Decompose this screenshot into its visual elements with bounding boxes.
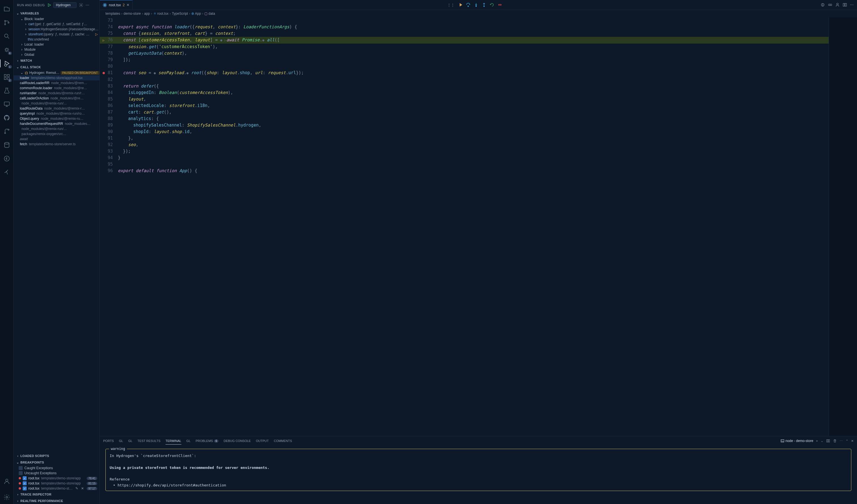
editor-tab[interactable]: root.tsx 2 ✕ [100, 0, 133, 10]
scm-graph-icon[interactable] [0, 125, 14, 138]
callstack-frame[interactable]: loadertemplates/demo-store/app/root.tsx [14, 75, 99, 81]
line-number[interactable]: 90 [102, 128, 118, 135]
gear-icon[interactable] [79, 3, 83, 7]
checkbox[interactable] [19, 471, 23, 475]
thunder-icon[interactable] [0, 152, 14, 166]
code-line[interactable]: 92 seo, [100, 142, 829, 148]
callstack-frame[interactable]: Object.querynode_modules/@remix-ru… [14, 116, 99, 121]
search-icon[interactable] [0, 30, 14, 43]
scope-item[interactable]: ›Global [14, 52, 99, 57]
breadcrumb-item[interactable]: ⚛ root.tsx [153, 12, 169, 16]
code-line[interactable]: 81 const seo = ● seoPayload.● root({shop… [100, 70, 829, 76]
close-panel-icon[interactable]: ✕ [851, 439, 854, 443]
line-number[interactable]: 92 [102, 142, 118, 148]
debug-config-select[interactable]: Hydrogen [53, 2, 77, 8]
code-line[interactable]: ▷76 const [customerAccessToken, layout] … [100, 37, 829, 44]
breadcrumb-item[interactable]: app [144, 12, 150, 16]
breakpoint-item[interactable]: ✓root.tsxtemplates/demo-store/app76:41 [14, 476, 99, 481]
code-line[interactable]: 77 session.get('customerAccessToken'), [100, 44, 829, 50]
code-editor[interactable]: 7374export async function loader({reques… [100, 17, 829, 436]
line-number[interactable]: 82 [102, 76, 118, 83]
variable-item[interactable]: ›cart: {get: ƒ, getCartId: ƒ, setCartId:… [14, 21, 99, 27]
code-line[interactable]: 91 }, [100, 135, 829, 142]
line-number[interactable]: 93 [102, 148, 118, 155]
code-line[interactable]: 96export default function App() { [100, 168, 829, 174]
more-icon[interactable]: ⋯ [850, 2, 854, 7]
line-number[interactable]: 79 [102, 57, 118, 63]
line-number[interactable]: 94 [102, 155, 118, 161]
chevron-down-icon[interactable]: ⌄ [821, 439, 823, 443]
scope-item[interactable]: ›Module [14, 47, 99, 52]
continue-button[interactable] [458, 2, 463, 7]
panel-tab-ports[interactable]: PORTS [103, 437, 114, 444]
code-line[interactable]: 85 layout, [100, 96, 829, 103]
callstack-frame[interactable]: handleDocumentRequestRRnode_modules… [14, 121, 99, 126]
line-number[interactable]: 81 [102, 70, 118, 76]
callstack-frame[interactable]: await [14, 137, 99, 142]
code-line[interactable]: 82 [100, 76, 829, 83]
code-line[interactable]: 88 analytics: { [100, 116, 829, 122]
start-debug-button[interactable] [47, 3, 52, 7]
line-number[interactable]: 91 [102, 135, 118, 142]
database-icon[interactable] [0, 138, 14, 152]
code-line[interactable]: 73 [100, 17, 829, 24]
code-line[interactable]: 86 selectedLocale: storefront.i18n, [100, 103, 829, 109]
line-number[interactable]: 80 [102, 63, 118, 70]
realtime-perf-header[interactable]: › REALTIME PERFORMANCE [14, 498, 99, 504]
step-over-button[interactable] [466, 2, 470, 7]
restart-button[interactable] [490, 2, 494, 7]
code-line[interactable]: 74export async function loader({request,… [100, 24, 829, 30]
breakpoint-item[interactable]: ✓root.tsxtemplates/demo-store/app81:15 [14, 481, 99, 486]
code-line[interactable]: 84 isLoggedIn: Boolean(customerAccessTok… [100, 89, 829, 96]
panel-tab-output[interactable]: OUTPUT [256, 437, 269, 444]
callstack-frame[interactable]: callRouteLoaderRRnode_modules/@rem… [14, 81, 99, 86]
maximize-icon[interactable]: ⌃ [846, 439, 848, 443]
close-icon[interactable]: ✕ [127, 3, 130, 7]
panel-tab-gl[interactable]: GL [186, 437, 191, 444]
line-number[interactable]: 74 [102, 24, 118, 30]
add-terminal-button[interactable]: + [816, 439, 818, 442]
explorer-icon[interactable] [0, 2, 14, 16]
line-number[interactable]: 89 [102, 122, 118, 128]
callstack-header[interactable]: ⌄ CALL STACK [14, 64, 99, 70]
debug-session[interactable]: ⌄ Hydrogen: Remot… PAUSED ON BREAKPOINT [14, 70, 99, 75]
line-number[interactable]: 95 [102, 161, 118, 168]
more-icon[interactable]: ⋯ [840, 439, 843, 443]
scope-block[interactable]: ⌄ Block: loader [14, 16, 99, 21]
run-debug-icon[interactable]: 1 [0, 57, 14, 70]
code-line[interactable]: 79 ]); [100, 57, 829, 63]
more-icon[interactable]: ⋯ [86, 3, 89, 7]
edit-icon[interactable]: ✎ [75, 486, 78, 490]
code-line[interactable]: 95 [100, 161, 829, 168]
callstack-frame[interactable]: node_modules/@remix-run/… [14, 126, 99, 132]
minimap[interactable] [829, 17, 857, 436]
checkbox[interactable]: ✓ [23, 486, 27, 490]
terminal-select[interactable]: node - demo-store [780, 439, 813, 443]
code-line[interactable]: 75 const {session, storefront, cart} = c… [100, 30, 829, 37]
line-number[interactable]: 96 [102, 168, 118, 174]
github-icon[interactable] [0, 111, 14, 125]
remote-icon[interactable] [0, 98, 14, 111]
checkbox[interactable]: ✓ [23, 481, 27, 485]
callstack-frame[interactable]: node_modules/@remix-run/… [14, 101, 99, 106]
panel-tab-terminal[interactable]: TERMINAL [166, 437, 181, 445]
code-line[interactable]: 83 return defer({ [100, 83, 829, 89]
checkbox[interactable] [19, 466, 23, 470]
variable-item[interactable]: ›session: HydrogenSession {#sessionStora… [14, 27, 99, 32]
line-number[interactable]: ▷76 [102, 37, 118, 44]
line-number[interactable]: 75 [102, 30, 118, 37]
breadcrumb-item[interactable]: TypeScript [172, 12, 188, 16]
callstack-frame[interactable]: runHandlernode_modules/@remix-run/r… [14, 91, 99, 96]
watch-header[interactable]: › WATCH [14, 57, 99, 64]
exception-breakpoint[interactable]: Uncaught Exceptions [14, 471, 99, 476]
panel-tab-debug-console[interactable]: DEBUG CONSOLE [224, 437, 251, 444]
diff-icon[interactable] [828, 2, 833, 7]
drag-handle-icon[interactable]: ⋮⋮ [447, 3, 455, 7]
code-line[interactable]: 94} [100, 155, 829, 161]
breakpoint-item[interactable]: ✓root.tsxtemplates/demo-st…✎✕97:17 [14, 486, 99, 491]
panel-tab-comments[interactable]: COMMENTS [274, 437, 292, 444]
callstack-frame[interactable]: commonRoute.loadernode_modules/@re… [14, 86, 99, 91]
trace-inspector-header[interactable]: › TRACE INSPECTOR [14, 491, 99, 498]
breadcrumb-item[interactable]: demo-store [123, 12, 141, 16]
account-icon[interactable] [0, 474, 14, 488]
